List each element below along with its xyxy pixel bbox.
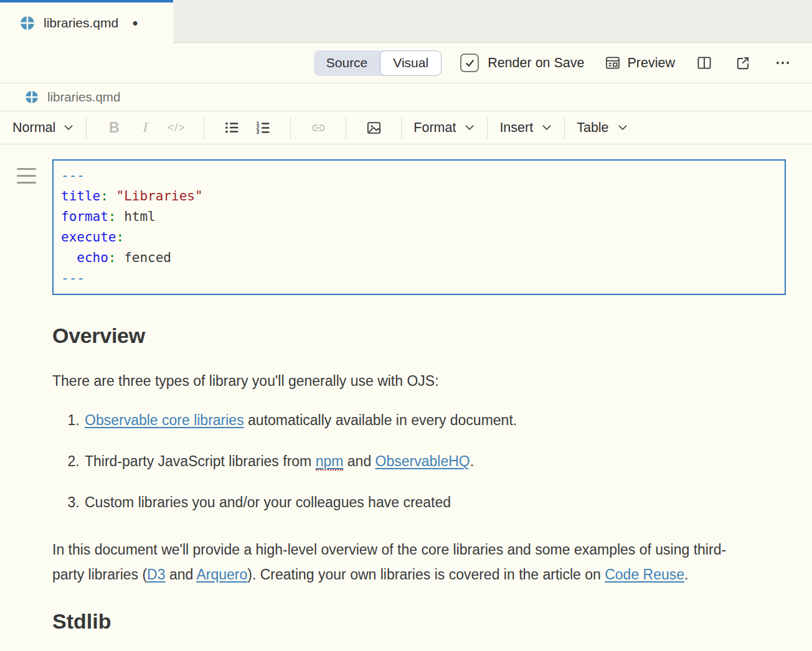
bulleted-list-button[interactable] [216,119,247,136]
link-button[interactable] [303,119,334,136]
table-menu[interactable]: Table [577,120,628,136]
quarto-icon [25,90,39,104]
code-icon: </> [168,121,186,134]
bold-button[interactable]: B [98,119,130,136]
chevron-down-icon [541,122,552,133]
open-in-new-window-icon[interactable] [735,55,751,71]
editor-toolbar: Source Visual Render on Save Preview [0,43,812,83]
link[interactable]: D3 [147,566,165,583]
insert-menu-label: Insert [499,120,533,136]
tab-libraries-qmd[interactable]: libraries.qmd ● [0,0,173,43]
block-drag-handle[interactable] [17,168,36,184]
yaml-front-matter-block[interactable]: ---title: "Libraries"format: htmlexecute… [52,159,786,295]
quarto-icon [20,16,35,30]
toolbar-separator [401,117,402,139]
format-menu[interactable]: Format [413,120,475,136]
document-editor: ---title: "Libraries"format: htmlexecute… [0,144,812,634]
toolbar-separator [346,117,346,139]
code-line: format: html [61,207,777,227]
breadcrumb: libraries.qmd [0,83,812,111]
code-line: --- [61,268,777,289]
image-button[interactable] [358,119,389,136]
intro-paragraph: There are three types of library you'll … [52,373,786,390]
numbered-list-button[interactable]: 1 2 3 [247,119,278,136]
mode-toggle: Source Visual [314,50,441,76]
toolbar-separator [204,117,204,139]
insert-menu[interactable]: Insert [499,120,552,136]
tab-strip: libraries.qmd ● [0,0,812,43]
bulleted-list-icon [224,119,240,136]
image-icon [366,119,382,136]
code-line: execute: [61,227,777,248]
render-on-save-checkbox[interactable] [460,54,479,72]
link[interactable]: ObservableHQ [375,453,470,469]
inline-code-button[interactable]: </> [161,121,192,134]
visual-mode-button[interactable]: Visual [380,50,441,76]
paragraph-style-label: Normal [12,120,55,136]
italic-button[interactable]: I [130,119,161,136]
link[interactable]: npm [316,453,344,471]
bold-icon: B [109,119,120,136]
chevron-down-icon [63,122,74,133]
toolbar-separator [487,117,488,139]
code-line: --- [61,166,777,186]
checkmark-icon [465,58,475,68]
svg-text:3: 3 [257,129,260,135]
format-toolbar: Normal B I </> 1 2 3 [0,111,812,144]
closing-paragraph: In this document we'll provide a high-le… [52,537,755,587]
tab-strip-empty-area [173,0,812,43]
render-on-save-group: Render on Save [460,54,584,72]
link[interactable]: Code Reuse [605,566,684,583]
paragraph-style-dropdown[interactable]: Normal [12,120,74,136]
numbered-list-icon: 1 2 3 [255,119,271,136]
link-icon [310,119,327,136]
text-segment: ). Creating your own libraries is covere… [247,566,605,583]
heading-stdlib: Stdlib [52,609,786,634]
list-item: Custom libraries you and/or your colleag… [83,494,786,511]
render-on-save-label: Render on Save [488,55,584,71]
text-segment: . [684,566,688,583]
link[interactable]: Arquero [196,566,247,583]
format-menu-label: Format [413,120,456,136]
toolbar-separator [86,117,87,139]
table-menu-label: Table [577,120,608,136]
italic-icon: I [143,119,148,136]
link[interactable]: Observable core libraries [85,412,244,428]
code-line: title: "Libraries" [61,186,777,207]
modified-indicator-dot: ● [132,18,138,28]
library-types-list: Observable core libraries automatically … [52,412,786,511]
source-mode-button[interactable]: Source [314,50,380,76]
text-segment: and [343,453,375,469]
text-segment: Custom libraries you and/or your colleag… [85,494,451,510]
preview-button[interactable]: Preview [605,55,675,71]
text-segment: automatically available in every documen… [244,412,517,428]
chevron-down-icon [617,122,628,133]
list-item: Third-party JavaScript libraries from np… [83,453,786,470]
toolbar-separator [290,117,291,139]
text-segment: . [470,453,474,469]
breadcrumb-file[interactable]: libraries.qmd [47,90,120,105]
text-segment: Third-party JavaScript libraries from [85,453,316,469]
toolbar-separator [564,117,565,139]
preview-label: Preview [628,55,675,71]
split-editor-icon[interactable] [696,55,712,71]
more-actions-icon[interactable] [775,55,791,71]
list-item: Observable core libraries automatically … [83,412,786,429]
preview-icon [605,55,621,71]
code-line: echo: fenced [61,248,777,268]
heading-overview: Overview [52,324,786,348]
tab-title: libraries.qmd [44,16,118,30]
chevron-down-icon [464,122,475,133]
text-segment: and [166,566,197,583]
